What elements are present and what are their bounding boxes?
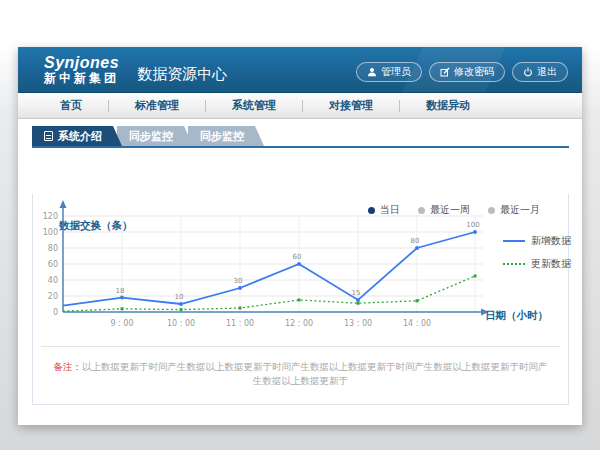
svg-text:18: 18: [116, 287, 125, 295]
content-area: 系统介绍 同步监控 同步监控 当日 最近一: [18, 119, 582, 405]
svg-text:10 : 00: 10 : 00: [167, 319, 195, 328]
user-button[interactable]: 管理员: [356, 62, 422, 82]
nav-item-data-change[interactable]: 数据异动: [400, 98, 496, 113]
app-window: Synjones 新中新集团 数据资源中心 管理员 修改密码 退出: [18, 47, 582, 425]
logout-label: 退出: [537, 65, 557, 79]
svg-text:14 : 00: 14 : 00: [403, 319, 431, 328]
svg-text:0: 0: [53, 308, 58, 317]
tab-underline: [32, 146, 569, 148]
svg-text:9 : 00: 9 : 00: [110, 319, 133, 328]
legend-label: 更新数据: [531, 257, 571, 271]
chart-panel: 当日 最近一周 最近一月 数据交换（条） 0204060801001209 : …: [32, 194, 569, 405]
legend-label: 新增数据: [531, 234, 571, 248]
note-text: 以上数据更新于时间产生数据以上数据更新于时间产生数据以上数据更新于时间产生数据以…: [82, 361, 548, 386]
tab-label: 同步监控: [129, 129, 173, 144]
svg-text:30: 30: [234, 277, 243, 285]
footer-note: 备注：以上数据更新于时间产生数据以上数据更新于时间产生数据以上数据更新于时间产生…: [33, 360, 568, 388]
tab-label: 同步监控: [200, 129, 244, 144]
change-password-label: 修改密码: [454, 65, 494, 79]
svg-text:13 : 00: 13 : 00: [344, 319, 372, 328]
series-legend: 新增数据 更新数据: [503, 234, 571, 280]
svg-text:10: 10: [175, 293, 184, 301]
note-label: 备注：: [54, 361, 83, 372]
user-actions: 管理员 修改密码 退出: [356, 58, 568, 82]
svg-text:11 : 00: 11 : 00: [226, 319, 254, 328]
svg-text:80: 80: [48, 244, 58, 253]
main-nav: 首页 标准管理 系统管理 对接管理 数据异动: [18, 93, 582, 119]
brand-logo: Synjones 新中新集团: [44, 55, 119, 84]
edit-icon: [440, 67, 450, 77]
desktop-background: Synjones 新中新集团 数据资源中心 管理员 修改密码 退出: [0, 0, 600, 450]
blue-line-icon: [503, 240, 525, 242]
change-password-button[interactable]: 修改密码: [429, 62, 505, 82]
app-header: Synjones 新中新集团 数据资源中心 管理员 修改密码 退出: [18, 47, 582, 93]
nav-item-interface-mgmt[interactable]: 对接管理: [303, 98, 399, 113]
line-chart: 0204060801001209 : 0010 : 0011 : 0012 : …: [33, 194, 533, 346]
svg-text:15: 15: [352, 289, 361, 297]
svg-text:20: 20: [48, 292, 58, 301]
svg-text:12 : 00: 12 : 00: [285, 319, 313, 328]
note-divider: [41, 346, 560, 347]
tab-sync-monitor-2[interactable]: 同步监控: [188, 126, 264, 146]
svg-text:80: 80: [411, 237, 420, 245]
svg-text:60: 60: [48, 260, 58, 269]
svg-text:100: 100: [43, 228, 58, 237]
user-icon: [367, 67, 377, 77]
logout-button[interactable]: 退出: [512, 62, 568, 82]
nav-item-home[interactable]: 首页: [34, 98, 108, 113]
power-icon: [523, 67, 533, 77]
legend-item-new-data: 新增数据: [503, 234, 571, 248]
svg-text:40: 40: [48, 276, 58, 285]
chart-area: 0204060801001209 : 0010 : 0011 : 0012 : …: [33, 194, 568, 346]
tab-label: 系统介绍: [58, 129, 102, 144]
document-icon: [44, 131, 53, 141]
page-title: 数据资源中心: [137, 55, 227, 84]
svg-text:60: 60: [293, 253, 302, 261]
user-button-label: 管理员: [381, 65, 411, 79]
nav-item-standard-mgmt[interactable]: 标准管理: [109, 98, 205, 113]
legend-item-updated-data: 更新数据: [503, 257, 571, 271]
tab-system-intro[interactable]: 系统介绍: [32, 126, 122, 146]
green-dotted-line-icon: [503, 263, 525, 265]
brand-logo-en: Synjones: [44, 55, 119, 72]
tab-sync-monitor-1[interactable]: 同步监控: [117, 126, 193, 146]
x-axis-title: 日期（小时）: [485, 309, 548, 323]
svg-text:120: 120: [43, 212, 58, 221]
tab-bar: 系统介绍 同步监控 同步监控: [32, 126, 582, 146]
svg-text:100: 100: [466, 221, 479, 229]
brand-logo-cn: 新中新集团: [44, 72, 119, 85]
nav-item-system-mgmt[interactable]: 系统管理: [206, 98, 302, 113]
